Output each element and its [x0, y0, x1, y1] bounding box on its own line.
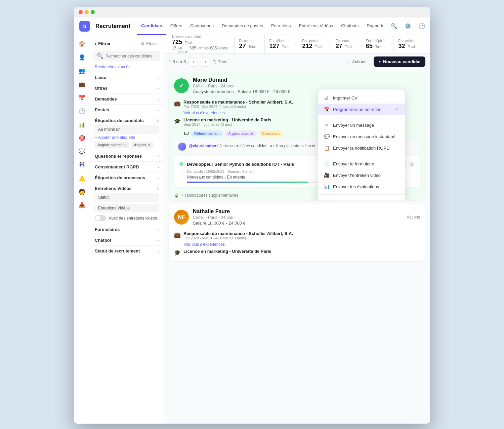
- dropdown-imprimer-cv[interactable]: 🖨 Imprimer CV: [318, 92, 405, 104]
- filter-questions-header[interactable]: Questions et réponses ›: [95, 154, 159, 159]
- stat-arrow5[interactable]: ›: [356, 42, 360, 46]
- toggle-thumb: [95, 216, 100, 221]
- nav-rapports[interactable]: Rapports: [363, 17, 388, 35]
- filter-etiquettes-header[interactable]: Étiquettes de candidats ∧: [95, 118, 159, 123]
- plus-icon: +: [378, 59, 381, 64]
- filter-clear-button[interactable]: 🗑 Effacer: [141, 41, 159, 46]
- entretiens-videos-dropdown[interactable]: Entretiens Vidéos: [95, 204, 159, 212]
- close-dot[interactable]: [79, 10, 83, 14]
- exp-content-2: Responsable de maintenance - Scholler Al…: [183, 231, 293, 240]
- candidate-name-2[interactable]: Nathalie Faure: [193, 208, 397, 214]
- sidebar-message-icon[interactable]: 💬: [76, 145, 88, 157]
- tag-remove-button[interactable]: ✕: [124, 143, 127, 147]
- exp-date-2: Fév 2020 - Mai 2024 (4 ans et 3 mois): [183, 236, 293, 240]
- stat-label4: Ent. présen…: [302, 39, 323, 43]
- sidebar-person2-icon[interactable]: 🧑: [76, 186, 88, 198]
- minimize-dot[interactable]: [85, 10, 89, 14]
- stat-en-cours-2[interactable]: En cours 27 Total ›: [331, 35, 361, 53]
- stat-arrow7[interactable]: ›: [423, 42, 427, 46]
- nav-chatbots[interactable]: Chatbots: [337, 17, 363, 35]
- dropdown-evaluations[interactable]: 📊 Envoyer les évaluations: [318, 181, 405, 192]
- sidebar-group-icon[interactable]: 👥: [76, 65, 88, 77]
- nav-offres[interactable]: Offres: [166, 17, 186, 35]
- nav-entretiens[interactable]: Entretiens: [267, 17, 295, 35]
- sidebar-target-icon[interactable]: 🎯: [76, 132, 88, 144]
- stat-arrow2[interactable]: ›: [260, 42, 263, 46]
- dropdown-envoyer-message[interactable]: ✉ Envoyer un message: [318, 119, 405, 131]
- nav-campagnes[interactable]: Campagnes: [186, 17, 218, 35]
- tag-anglais-avance-card[interactable]: Anglais avancé: [225, 130, 257, 136]
- search-icon[interactable]: 🔍: [388, 21, 399, 32]
- dropdown-partager[interactable]: 🔗 Partager: [318, 197, 405, 200]
- filter-offres-header[interactable]: Offres ›: [95, 86, 159, 91]
- nav-candidats[interactable]: Candidats: [137, 17, 166, 35]
- tag-remove-button2[interactable]: ✕: [148, 143, 150, 147]
- stat-row3: 127 Total: [269, 43, 289, 50]
- exp-title-1: Responsable de maintenance - Scholler Al…: [183, 100, 293, 105]
- dropdown-entretien-video[interactable]: 🎥 Envoyer l'entretien vidéo: [318, 169, 405, 181]
- clock-icon[interactable]: 🕐: [417, 21, 427, 32]
- dropdown-programmer-entretien[interactable]: 📅 Programmer un entretien ☞: [318, 104, 405, 115]
- nav-entretiens-videos[interactable]: Entretiens Vidéos: [295, 17, 337, 35]
- sidebar-icons: 🏠 👤 👥 💼 📅 🕐 📊 🎯 💬 👫 ⚠️ 🧑 📥: [74, 35, 90, 424]
- stat-nouveaux-candidats[interactable]: Nouveaux candidats 725 Total 15 En atten…: [167, 35, 235, 53]
- stat-row7: 32 Total: [398, 43, 419, 50]
- filter-lieux-header[interactable]: Lieux ›: [95, 75, 159, 80]
- see-more-2[interactable]: Voir plus d'expériences: [174, 242, 420, 247]
- sidebar-chart-icon[interactable]: 📊: [76, 118, 88, 130]
- tags-dropdown[interactable]: Au moins un: [95, 125, 159, 134]
- stat-ent-presen-2[interactable]: Ent. présen… 32 Total ›: [394, 35, 427, 53]
- next-page-button[interactable]: ›: [201, 57, 210, 67]
- filter-postes-header[interactable]: Postes ›: [95, 107, 159, 112]
- new-candidate-button[interactable]: + Nouveau candidat: [374, 56, 425, 67]
- stat-arrow3[interactable]: ›: [293, 42, 297, 46]
- sidebar-alert-icon[interactable]: ⚠️: [76, 172, 88, 184]
- filter-statut-header[interactable]: Statut de recrutement ›: [95, 248, 159, 254]
- add-tag-button[interactable]: + Ajouter une étiquette: [95, 135, 159, 140]
- stat-en-cours-1[interactable]: En cours 27 Total ›: [235, 35, 265, 53]
- stat-ent-teleph-1[interactable]: Ent. téléph… 127 Total ›: [265, 35, 298, 53]
- advanced-search-link[interactable]: Recherche avancée: [90, 63, 164, 72]
- stat-27-2: 27: [336, 43, 342, 50]
- candidate-search-input[interactable]: [106, 54, 157, 58]
- sidebar-home-icon[interactable]: 🏠: [76, 38, 88, 50]
- stat-ent-presen-1[interactable]: Ent. présen… 212 Total ›: [297, 35, 331, 53]
- sidebar-users-icon[interactable]: 👫: [76, 159, 88, 171]
- nav-demandes[interactable]: Demandes de postes: [218, 17, 267, 35]
- tags-row: Anglais avancé ✕ Anglais ✕: [95, 142, 159, 148]
- more-candidatures-label: 7 candidatures supplémentaires: [181, 193, 238, 198]
- dropdown-formulaire[interactable]: 📄 Envoyer le formulaire: [318, 158, 405, 169]
- filter-formulaires-header[interactable]: Formulaires ›: [95, 227, 159, 232]
- filter-header: ‹ Filtrer 🗑 Effacer: [90, 38, 164, 49]
- comment-user[interactable]: @clairelambert: [189, 144, 218, 148]
- dropdown-message-instantane[interactable]: 💬 Envoyer un message instantané: [318, 131, 405, 142]
- entretiens-videos-toggle[interactable]: [95, 215, 106, 221]
- filter-rgpd-header[interactable]: Consentement RGPD ›: [95, 164, 159, 169]
- filter-etiquettes-processus-header[interactable]: Étiquettes de processus ›: [95, 175, 159, 180]
- sidebar-briefcase-icon[interactable]: 💼: [76, 78, 88, 90]
- dropdown-notif-rgpd[interactable]: 📋 Envoyer la notification RGPD: [318, 142, 405, 154]
- candidate-name-1[interactable]: Marie Durand: [193, 77, 420, 83]
- filter-chatbot-header[interactable]: Chatbot ›: [95, 238, 159, 243]
- sidebar-clock-icon[interactable]: 🕐: [76, 105, 88, 117]
- maximize-dot[interactable]: [91, 10, 95, 14]
- sidebar-person-icon[interactable]: 👤: [76, 51, 88, 63]
- stat-ent-teleph-2[interactable]: Ent. téléph… 65 Total ›: [361, 35, 394, 53]
- sort-button[interactable]: ⇅ Trier: [213, 59, 226, 64]
- chevron-down-icon6: ›: [158, 165, 159, 169]
- tag-consultant[interactable]: Consultant: [259, 130, 283, 136]
- sidebar-calendar-icon[interactable]: 📅: [76, 91, 88, 104]
- settings-icon[interactable]: ⚙️: [403, 21, 413, 32]
- filter-entretiens-header[interactable]: Entretiens Vidéos ∧: [95, 186, 159, 191]
- actions-button[interactable]: ⋮ Actions: [341, 56, 371, 67]
- sidebar-inbox-icon[interactable]: 📥: [76, 199, 88, 211]
- prev-page-button[interactable]: ‹: [188, 57, 198, 67]
- filter-demandes-header[interactable]: Demandes ›: [95, 96, 159, 102]
- statut-dropdown[interactable]: Statut: [95, 193, 159, 202]
- stat-arrow4[interactable]: ›: [327, 42, 331, 46]
- stat-arrow6[interactable]: ›: [389, 42, 393, 46]
- chevron-down-icon5: ›: [158, 154, 159, 158]
- nav-items: Candidats Offres Campagnes Demandes de p…: [137, 17, 388, 35]
- sort-label: Trier: [218, 59, 226, 64]
- tag-referencement[interactable]: Référencement: [191, 130, 223, 136]
